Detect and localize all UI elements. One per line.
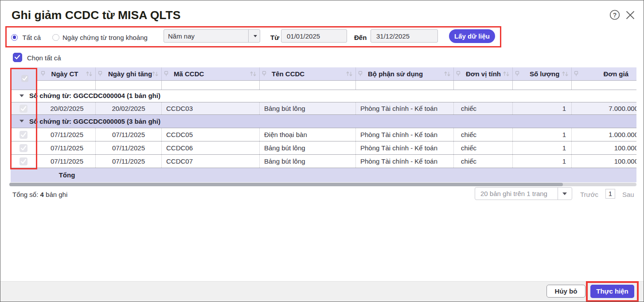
svg-text:?: ? xyxy=(613,12,617,19)
